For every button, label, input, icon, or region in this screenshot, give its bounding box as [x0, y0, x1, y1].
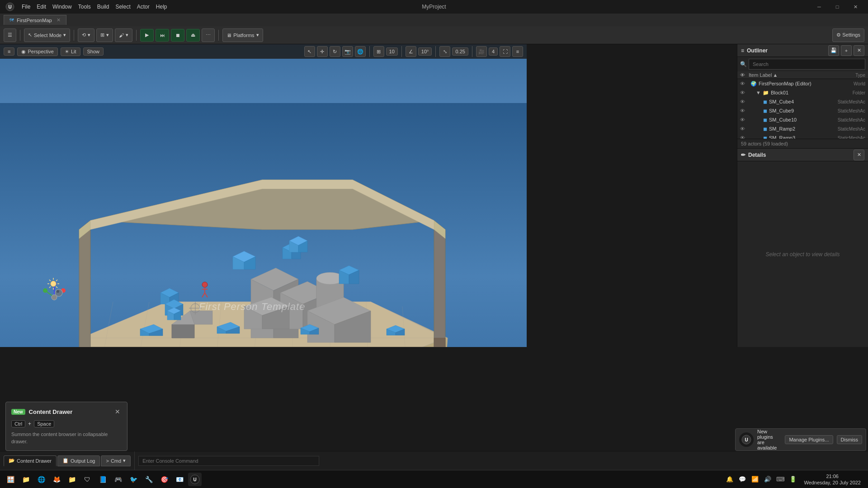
scale-value[interactable]: 0.25 — [452, 47, 468, 56]
toolbar-divider-1 — [20, 30, 20, 41]
cam-speed-button[interactable]: 🎥 — [476, 46, 487, 57]
rotate-tool-button[interactable]: ↻ — [330, 46, 340, 57]
angle-button[interactable]: ∠ — [406, 46, 416, 57]
maximize-button[interactable]: □ — [828, 0, 846, 14]
menu-actor[interactable]: Actor — [137, 4, 150, 10]
dropdown-arrow-icon: ▾ — [63, 32, 66, 38]
taskbar-icon-office[interactable]: 📘 — [96, 473, 109, 486]
cam-speed-value[interactable]: 4 — [489, 47, 498, 56]
taskbar-icon-shield[interactable]: 🛡 — [80, 473, 94, 486]
outliner-visibility-toggle-5[interactable]: 👁 — [740, 126, 745, 131]
snap-button[interactable]: ⊞ ▾ — [96, 28, 113, 42]
outliner-visibility-toggle-4[interactable]: 👁 — [740, 117, 745, 122]
start-button[interactable]: 🪟 — [4, 473, 17, 486]
play-options-button[interactable]: ⋯ — [202, 28, 215, 42]
menu-build[interactable]: Build — [97, 4, 109, 10]
paint-button[interactable]: 🖌 ▾ — [115, 28, 132, 42]
manage-plugins-button[interactable]: Manage Plugins... — [785, 435, 833, 444]
outliner-visibility-toggle-1[interactable]: 👁 — [740, 90, 745, 95]
outliner-collapse-icon-1[interactable]: ▼ — [747, 90, 761, 95]
output-log-tab[interactable]: 📋 Output Log — [57, 455, 100, 466]
outliner-visibility-toggle-2[interactable]: 👁 — [740, 99, 745, 104]
taskbar-clock[interactable]: 21:06 Wednesday, 20 July 2022 — [800, 473, 864, 486]
outliner-item-smcube10[interactable]: 👁 ◼ SM_Cube10 StaticMeshAc — [737, 115, 868, 124]
menu-select[interactable]: Select — [115, 4, 130, 10]
hamburger-menu-button[interactable]: ☰ — [4, 28, 16, 42]
eject-button[interactable]: ⏏ — [186, 29, 200, 42]
menu-window[interactable]: Window — [52, 4, 72, 10]
taskbar-icon-firefox[interactable]: 🦊 — [50, 473, 63, 486]
taskbar-notification-icon[interactable]: 🔔 — [724, 474, 735, 485]
settings-button[interactable]: ⚙ Settings — [832, 28, 864, 42]
play-button[interactable]: ▶ — [140, 29, 154, 42]
content-drawer-popup-close-button[interactable]: ✕ — [113, 408, 122, 416]
cmd-tab[interactable]: > Cmd ▾ — [101, 455, 131, 466]
taskbar-icon-tools[interactable]: 🔧 — [142, 473, 156, 486]
taskbar-chat-icon[interactable]: 💬 — [737, 474, 748, 485]
dismiss-notification-button[interactable]: Dismiss — [837, 435, 863, 444]
viewport-3d[interactable]: First Person Template — [0, 44, 527, 347]
content-drawer-tab-icon: 📂 — [9, 458, 15, 464]
select-mode-button[interactable]: ↖ Select Mode ▾ — [24, 28, 70, 42]
stop-button[interactable]: ⏹ — [171, 29, 184, 42]
outliner-item-smcube9[interactable]: 👁 ◼ SM_Cube9 StaticMeshAc — [737, 106, 868, 115]
outliner-close-button[interactable]: ✕ — [854, 45, 864, 56]
taskbar-icon-target[interactable]: 🎯 — [157, 473, 171, 486]
transform-button[interactable]: ⟲ ▾ — [78, 28, 94, 42]
taskbar-icon-ue[interactable]: U — [188, 473, 202, 486]
taskbar-icon-explorer[interactable]: 📁 — [19, 473, 33, 486]
platforms-label: Platforms — [233, 33, 254, 38]
menu-file[interactable]: File — [22, 4, 30, 10]
maximize-viewport-button[interactable]: ⛶ — [500, 46, 510, 57]
taskbar-network-icon[interactable]: 📶 — [750, 474, 760, 485]
angle-value[interactable]: 10° — [418, 47, 432, 56]
viewport-menu-button[interactable]: ≡ — [4, 47, 14, 56]
details-close-button[interactable]: ✕ — [854, 150, 864, 160]
outliner-visibility-toggle-0[interactable]: 👁 — [740, 81, 745, 86]
grid-value[interactable]: 10 — [386, 47, 398, 56]
menu-edit[interactable]: Edit — [37, 4, 46, 10]
world-button[interactable]: 🌐 — [355, 46, 366, 57]
grid-button[interactable]: ⊞ — [373, 46, 384, 57]
outliner-item-smramp2[interactable]: 👁 ◼ SM_Ramp2 StaticMeshAc — [737, 124, 868, 133]
scale-button[interactable]: ⤡ — [439, 46, 450, 57]
viewport-options-button[interactable]: ≡ — [512, 46, 523, 57]
taskbar-icon-mail[interactable]: 📧 — [173, 473, 186, 486]
lit-button[interactable]: ☀ Lit — [61, 47, 80, 56]
outliner-visibility-toggle-6[interactable]: 👁 — [740, 135, 745, 139]
taskbar-icon-steam[interactable]: 🎮 — [111, 473, 125, 486]
tab-close-icon[interactable]: ✕ — [57, 17, 61, 23]
outliner-item-smramp3[interactable]: 👁 ◼ SM_Ramp3 StaticMeshAc — [737, 133, 868, 139]
outliner-visibility-toggle-3[interactable]: 👁 — [740, 108, 745, 113]
show-button[interactable]: Show — [83, 47, 104, 56]
content-drawer-tab[interactable]: 📂 Content Drawer — [4, 455, 57, 466]
outliner-add-button[interactable]: + — [841, 45, 852, 56]
close-button[interactable]: ✕ — [846, 0, 864, 14]
file-tab[interactable]: 🗺 FirstPersonMap ✕ — [4, 15, 66, 25]
taskbar-icon-twitter[interactable]: 🐦 — [127, 473, 140, 486]
ue-logo[interactable]: U — [4, 0, 16, 13]
skip-next-button[interactable]: ⏭ — [156, 29, 169, 42]
outliner-sort-icon: ▲ — [773, 72, 778, 78]
camera-tool-button[interactable]: 📷 — [342, 46, 353, 57]
outliner-item-world[interactable]: 👁 🌍 FirstPersonMap (Editor) World — [737, 79, 868, 88]
outliner-search-input[interactable] — [749, 59, 865, 70]
console-input[interactable] — [138, 456, 319, 466]
taskbar-keyboard-icon[interactable]: ⌨ — [775, 474, 786, 485]
perspective-button[interactable]: ◉ Perspective — [17, 47, 57, 56]
taskbar-battery-icon[interactable]: 🔋 — [788, 474, 798, 485]
select-tool-button[interactable]: ↖ — [304, 46, 315, 57]
platforms-button[interactable]: 🖥 Platforms ▾ — [222, 28, 263, 42]
taskbar-icon-edge[interactable]: 🌐 — [34, 473, 48, 486]
menu-tools[interactable]: Tools — [78, 4, 91, 10]
outliner-item-block01[interactable]: 👁 ▼ 📁 Block01 Folder — [737, 88, 868, 97]
taskbar-volume-icon[interactable]: 🔊 — [762, 474, 773, 485]
window-controls: ─ □ ✕ — [810, 0, 864, 14]
menu-help[interactable]: Help — [156, 4, 167, 10]
minimize-button[interactable]: ─ — [810, 0, 828, 14]
taskbar-icon-files[interactable]: 📁 — [65, 473, 79, 486]
move-tool-button[interactable]: ✛ — [317, 46, 328, 57]
clock-time: 21:06 — [804, 473, 861, 479]
outliner-item-smcube4[interactable]: 👁 ◼ SM_Cube4 StaticMeshAc — [737, 97, 868, 106]
outliner-save-button[interactable]: 💾 — [828, 45, 839, 56]
